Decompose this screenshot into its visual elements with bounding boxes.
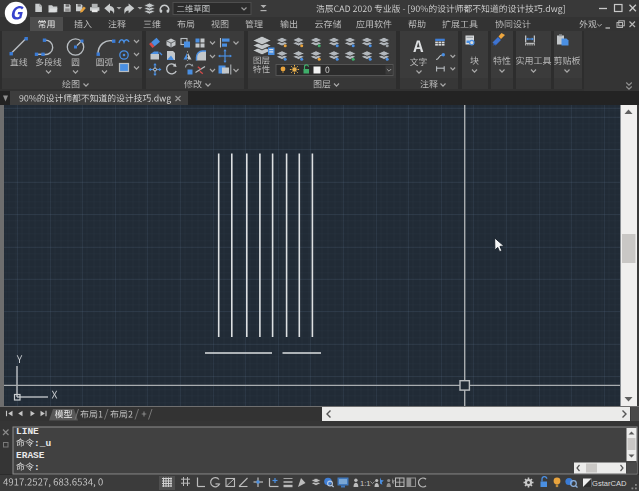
svg-text:1:1: 1:1 (360, 479, 371, 488)
svg-text:GstarCAD: GstarCAD (592, 479, 627, 488)
svg-text:ERASE: ERASE (16, 450, 45, 461)
svg-text::: : (34, 462, 40, 473)
svg-text:LINE: LINE (16, 426, 39, 437)
svg-text::_u: :_u (34, 438, 51, 449)
